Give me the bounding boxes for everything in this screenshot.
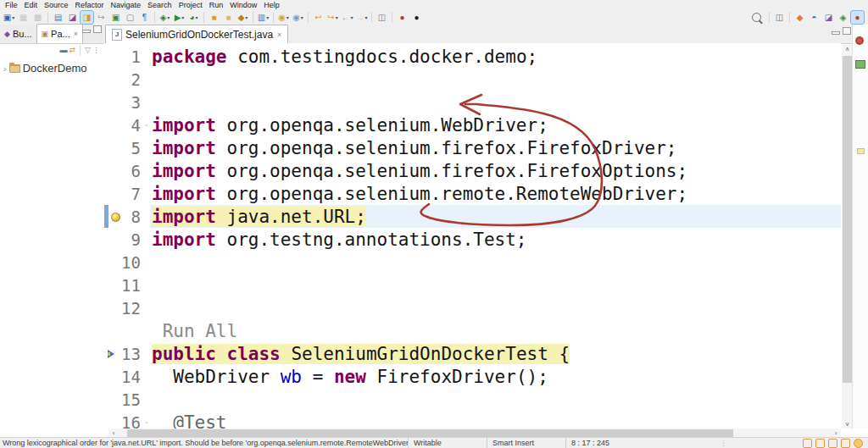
dropdown-caret-icon[interactable]: ▾ [336,14,338,20]
dropdown-caret-icon[interactable]: ▾ [245,14,248,20]
dropdown-caret-icon[interactable]: ▾ [181,14,184,20]
open-folder-icon[interactable]: ■ [222,11,235,24]
console-icon[interactable]: ▤ [52,11,64,24]
new-java-package-button[interactable]: ◉▾ [292,11,304,24]
pin-editor-icon[interactable]: ◫ [376,11,388,24]
code-text[interactable]: @Test [150,411,841,429]
menu-search[interactable]: Search [144,1,175,9]
vertical-scroll-thumb[interactable] [843,56,852,383]
code-text[interactable]: public class SeleniumGridOnDockerTest { [150,342,841,365]
collapse-all-icon[interactable]: ▬ [60,47,68,54]
minimize-icon[interactable] [832,31,840,35]
scroll-right-icon[interactable]: › [831,429,841,437]
perspective-plugin-button[interactable]: ◪ [822,11,835,24]
fold-marker-icon[interactable]: ◦ [142,418,150,427]
overview-ruler[interactable] [852,25,868,429]
code-text[interactable] [150,296,841,319]
insert-mode-indicator[interactable]: Smart Insert [487,438,565,448]
code-text[interactable]: import org.openqa.selenium.WebDriver; [150,113,841,136]
code-text[interactable]: import org.openqa.selenium.firefox.Firef… [150,159,841,182]
view-menu-icon[interactable]: ▽ [85,47,91,54]
save-all-button[interactable]: ▩ [31,11,44,24]
perspective-current-button[interactable]: ● [851,11,864,24]
code-text[interactable]: import java.net.URL; [150,205,841,228]
code-text[interactable] [150,388,841,411]
dropdown-caret-icon[interactable]: ▾ [301,14,303,20]
menu-source[interactable]: Source [41,1,72,9]
tab-seleniumgridondockertest[interactable]: J SeleniumGridOnDockerTest.java × [105,25,288,43]
code-text[interactable]: package com.testingdocs.docker.demo; [150,45,841,68]
menu-file[interactable]: File [2,1,21,9]
last-edit-location-icon[interactable]: ↩ [312,11,325,24]
code-text[interactable]: Run All [150,319,841,342]
tip-folder-icon[interactable] [815,439,825,448]
dropdown-caret-icon[interactable]: ▾ [364,14,367,20]
menu-refactor[interactable]: Refactor [72,1,108,9]
codelens-run-all[interactable]: Run All [152,321,237,341]
dropdown-caret-icon[interactable]: ▾ [167,14,170,20]
tab-build[interactable]: ◆ Bu... [0,25,36,43]
perspective-java-button[interactable]: ◆ [793,11,806,24]
previous-edit-icon[interactable]: ↪▾ [326,11,339,24]
menu-edit[interactable]: Edit [21,1,42,9]
menu-navigate[interactable]: Navigate [108,1,145,9]
save-button[interactable]: ▦ [17,11,30,24]
new-wizard-button[interactable]: ▣▾ [3,11,15,24]
coverage-button[interactable]: ▥▾ [257,11,270,24]
error-marker-icon[interactable] [855,36,864,45]
horizontal-scroll-thumb[interactable] [127,429,733,437]
search-icon[interactable] [752,13,761,22]
code-text[interactable] [150,68,841,91]
forward-button[interactable]: →▾ [355,11,368,24]
code-text[interactable]: import org.testng.annotations.Test; [150,228,841,251]
scroll-left-icon[interactable]: ‹ [108,429,119,437]
more-icon[interactable]: ⋮ [92,47,100,54]
minimize-icon[interactable] [82,30,91,33]
maximize-icon[interactable] [843,27,851,35]
code-text[interactable] [150,274,841,296]
debug-button[interactable]: ◈▾ [159,11,171,24]
code-viewport[interactable]: 1package com.testingdocs.docker.demo;234… [103,43,841,429]
tip-pencil-icon[interactable] [828,439,837,448]
chevron-right-icon[interactable]: › [3,64,7,74]
run-button[interactable]: ▶▾ [173,11,186,24]
close-icon[interactable]: × [74,30,78,38]
maximize-icon[interactable] [93,25,102,33]
open-task-folder-icon[interactable]: ■ [208,11,220,24]
menu-help[interactable]: Help [260,1,283,9]
code-text[interactable]: import org.openqa.selenium.remote.Remote… [150,182,841,205]
notification-icon[interactable] [854,439,863,448]
code-text[interactable]: import org.openqa.selenium.firefox.Firef… [150,136,841,159]
search-flashlight-button[interactable]: ◆▾ [236,11,249,24]
dropdown-caret-icon[interactable]: ▾ [266,14,269,20]
warning-marker-icon[interactable] [857,148,865,154]
bomb-icon[interactable]: ● [410,11,423,24]
code-text[interactable] [150,91,841,113]
menu-window[interactable]: Window [226,1,260,9]
quickfix-lightbulb-icon[interactable] [111,213,120,222]
run-external-button[interactable]: ◕▾ [187,11,200,24]
tip-document-icon[interactable] [803,439,812,448]
task-marker-icon[interactable] [855,60,865,69]
close-icon[interactable]: × [277,30,281,39]
dropdown-caret-icon[interactable]: ▾ [350,14,353,20]
launch-marker-icon[interactable] [108,350,114,358]
link-with-editor-icon[interactable]: ⇄ [70,47,76,54]
tip-gear-icon[interactable] [841,439,850,448]
new-java-class-button[interactable]: ◉▾ [277,11,290,24]
menu-run[interactable]: Run [206,1,227,9]
open-perspective-button[interactable]: ◫ [773,11,786,24]
code-text[interactable] [150,251,841,274]
show-whitespace-icon[interactable]: ¶ [138,11,151,24]
perspective-python-button[interactable]: ◓ [808,11,821,24]
redhat-icon[interactable]: ● [396,11,409,24]
fold-marker-icon[interactable]: ◦ [142,121,150,130]
block-selection-icon[interactable]: ▢ [124,11,136,24]
dropdown-caret-icon[interactable]: ▾ [196,14,198,20]
dropdown-caret-icon[interactable]: ▾ [287,14,289,20]
skip-breakpoints-icon[interactable]: ↪ [95,11,108,24]
tab-package-explorer[interactable]: ▣ Pa... × [36,24,83,43]
back-button[interactable]: ←▾ [341,11,353,24]
mark-occurrences-icon[interactable]: ▣ [109,11,122,24]
tree-item-dockerdemo[interactable]: DockerDemo [23,62,87,75]
